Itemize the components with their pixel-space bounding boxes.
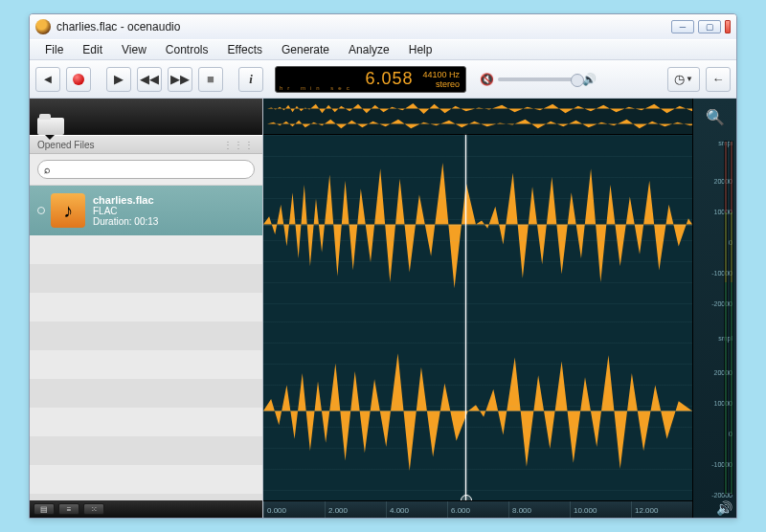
- overview-strip[interactable]: [263, 99, 736, 135]
- ruler-tick: 12.000: [631, 501, 692, 518]
- app-icon: [35, 19, 51, 34]
- overview-wave-r: [267, 118, 732, 130]
- info-button[interactable]: i: [238, 67, 263, 92]
- playhead[interactable]: [465, 135, 466, 500]
- waveform-area: 0.000 2.000 4.000 6.000 8.000 10.000 12.…: [263, 99, 736, 518]
- time-labels: hr min sec: [280, 85, 354, 91]
- meter-r: [730, 141, 733, 495]
- ruler-tick: 0.000: [263, 501, 325, 518]
- history-button[interactable]: ◷▼: [667, 67, 700, 92]
- meter-l: [724, 141, 728, 495]
- play-button[interactable]: ▶: [106, 67, 131, 92]
- time-ruler[interactable]: 0.000 2.000 4.000 6.000 8.000 10.000 12.…: [263, 500, 692, 518]
- sidebar: Opened Files ⋮⋮⋮ ⌕ ♪ charlies.flac FLAC …: [30, 99, 263, 518]
- menu-view[interactable]: View: [112, 43, 156, 56]
- close-button[interactable]: [725, 20, 731, 33]
- ruler-tick: 2.000: [325, 501, 386, 518]
- time-meta: 44100 Hz stereo: [422, 70, 460, 89]
- rewind-button[interactable]: ◀◀: [137, 67, 162, 92]
- right-rail: 🔍 smpl 20000 10000 0 -10000 -20000 smpl …: [692, 99, 736, 518]
- grip-icon[interactable]: ⋮⋮⋮: [223, 140, 255, 150]
- menu-file[interactable]: File: [35, 43, 73, 56]
- zoom-icon: 🔍: [706, 108, 725, 126]
- volume-control: 🔇 🔊: [480, 73, 597, 86]
- file-format: FLAC: [93, 206, 158, 216]
- menubar: File Edit View Controls Effects Generate…: [30, 39, 736, 60]
- view-list-button[interactable]: ▤: [34, 503, 55, 515]
- search-icon: ⌕: [44, 164, 51, 175]
- sample-rate: 44100 Hz: [422, 70, 460, 79]
- record-icon: [73, 74, 84, 85]
- menu-effects[interactable]: Effects: [218, 43, 272, 56]
- stop-button[interactable]: ■: [198, 67, 223, 92]
- sidebar-top: [30, 99, 262, 135]
- opened-files-label: Opened Files: [37, 140, 94, 150]
- volume-slider[interactable]: [498, 78, 578, 81]
- nav-back-button[interactable]: ←: [706, 67, 731, 92]
- titlebar[interactable]: charlies.flac - ocenaudio ─ ▢: [30, 14, 736, 39]
- mute-icon[interactable]: 🔇: [480, 73, 494, 86]
- ruler-tick: 6.000: [447, 501, 508, 518]
- file-thumb-icon: ♪: [51, 193, 85, 228]
- level-meters: [721, 135, 736, 518]
- app-window: charlies.flac - ocenaudio ─ ▢ File Edit …: [29, 13, 737, 519]
- forward-button[interactable]: ▶▶: [168, 67, 192, 92]
- menu-edit[interactable]: Edit: [73, 43, 112, 56]
- menu-controls[interactable]: Controls: [156, 43, 218, 56]
- file-item[interactable]: ♪ charlies.flac FLAC Duration: 00:13: [30, 186, 262, 235]
- skip-back-button[interactable]: ◄: [35, 67, 60, 92]
- folder-icon[interactable]: [37, 114, 64, 135]
- channel-left: [263, 135, 692, 314]
- window-title: charlies.flac - ocenaudio: [56, 20, 180, 33]
- toolbar: ◄ ▶ ◀◀ ▶▶ ■ i hr min sec 6.058 44100 Hz …: [30, 60, 736, 99]
- search-input[interactable]: ⌕: [37, 160, 255, 179]
- view-detail-button[interactable]: ≡: [58, 503, 79, 515]
- minimize-button[interactable]: ─: [671, 20, 694, 33]
- file-meta: charlies.flac FLAC Duration: 00:13: [93, 194, 158, 227]
- overview-wave-l: [267, 102, 732, 115]
- ruler-tick: 8.000: [508, 501, 570, 518]
- file-list-empty: [30, 235, 262, 500]
- ruler-tick: 10.000: [570, 501, 631, 518]
- menu-help[interactable]: Help: [399, 43, 442, 56]
- wave-channels[interactable]: [263, 135, 692, 500]
- file-name: charlies.flac: [93, 194, 158, 206]
- maximize-button[interactable]: ▢: [698, 20, 721, 33]
- record-button[interactable]: [66, 67, 91, 92]
- opened-files-header: Opened Files ⋮⋮⋮: [30, 135, 262, 154]
- ruler-tick: 4.000: [386, 501, 447, 518]
- view-grid-button[interactable]: ⁙: [83, 503, 104, 515]
- channel-right: [263, 321, 692, 500]
- sidebar-footer: ▤ ≡ ⁙: [30, 500, 262, 518]
- menu-analyze[interactable]: Analyze: [339, 43, 399, 56]
- volume-icon[interactable]: 🔊: [582, 73, 597, 86]
- zoom-button[interactable]: 🔍: [693, 99, 736, 135]
- file-check-icon: [37, 207, 45, 214]
- file-duration: Duration: 00:13: [93, 216, 158, 227]
- output-icon[interactable]: 🔊: [716, 500, 732, 516]
- channel-mode: stereo: [422, 79, 460, 89]
- time-display: hr min sec 6.058 44100 Hz stereo: [275, 66, 466, 93]
- content-area: Opened Files ⋮⋮⋮ ⌕ ♪ charlies.flac FLAC …: [30, 99, 736, 518]
- menu-generate[interactable]: Generate: [272, 43, 339, 56]
